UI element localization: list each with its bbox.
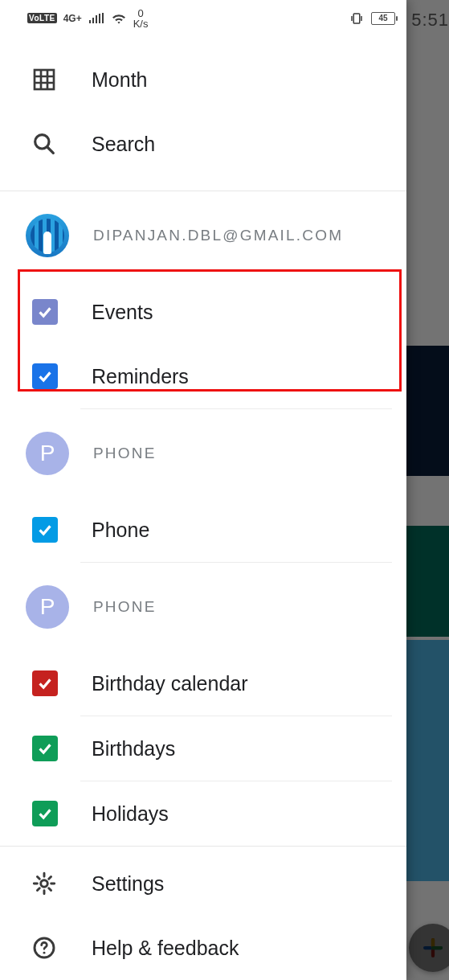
checkbox-icon (32, 517, 58, 543)
nav-month[interactable]: Month (0, 47, 406, 112)
status-time: 5:51 (411, 10, 449, 31)
data-rate: 0 K/s (133, 8, 149, 29)
calendar-label: Birthday calendar (92, 672, 248, 695)
calendar-label: Phone (92, 519, 149, 542)
nav-help[interactable]: Help & feedback (0, 916, 406, 980)
calendar-label: Holidays (92, 802, 169, 826)
account-header[interactable]: PPHONE (0, 409, 406, 498)
checkbox-icon (32, 801, 58, 826)
calendar-label: Birthdays (92, 737, 175, 761)
avatar: P (26, 432, 69, 475)
statusbar: VoLTE 4G+ 0 K/s 45 (0, 0, 406, 36)
gear-icon (31, 870, 58, 897)
svg-rect-0 (353, 14, 360, 23)
svg-point-3 (41, 880, 48, 888)
avatar (26, 214, 69, 257)
nav-search-label: Search (92, 133, 155, 156)
background-tile (406, 640, 449, 881)
background-tile (406, 346, 449, 476)
network-type: 4G+ (63, 13, 82, 24)
settings-label: Settings (92, 872, 164, 896)
calendar-toggle-events[interactable]: Events (0, 280, 406, 344)
svg-rect-1 (35, 70, 54, 89)
calendar-toggle-holidays[interactable]: Holidays (0, 781, 406, 846)
checkbox-icon (32, 299, 58, 325)
calendar-toggle-reminders[interactable]: Reminders (0, 344, 406, 408)
signal-icon (88, 13, 104, 24)
account-header[interactable]: PPHONE (0, 563, 406, 651)
help-label: Help & feedback (92, 937, 239, 960)
nav-search[interactable]: Search (0, 112, 406, 176)
battery-level: 45 (371, 12, 395, 25)
data-rate-unit: K/s (133, 18, 149, 29)
svg-point-5 (43, 952, 46, 954)
search-icon (31, 130, 58, 158)
account-header[interactable]: DIPANJAN.DBL@GMAIL.COM (0, 191, 406, 280)
calendar-label: Reminders (92, 365, 189, 388)
account-email: PHONE (93, 445, 157, 462)
avatar: P (26, 585, 69, 629)
vibrate-icon (349, 11, 365, 26)
calendar-label: Events (92, 301, 153, 324)
nav-settings[interactable]: Settings (0, 851, 406, 916)
checkbox-icon (32, 736, 58, 761)
calendar-toggle-birthdays[interactable]: Birthdays (0, 716, 406, 781)
data-rate-value: 0 (133, 8, 149, 18)
volte-badge: VoLTE (27, 13, 57, 23)
wifi-icon (111, 12, 127, 25)
account-email: DIPANJAN.DBL@GMAIL.COM (93, 227, 343, 244)
calendar-toggle-phone[interactable]: Phone (0, 498, 406, 562)
help-icon (31, 934, 58, 962)
month-grid-icon (31, 66, 58, 93)
nav-month-label: Month (92, 68, 147, 92)
checkbox-icon (32, 670, 58, 696)
account-email: PHONE (93, 598, 157, 616)
calendar-toggle-birthday-cal[interactable]: Birthday calendar (0, 651, 406, 716)
checkbox-icon (32, 363, 58, 389)
navigation-drawer: VoLTE 4G+ 0 K/s 45 (0, 0, 406, 980)
battery-indicator: 45 (371, 12, 395, 25)
background-tile (406, 526, 449, 637)
